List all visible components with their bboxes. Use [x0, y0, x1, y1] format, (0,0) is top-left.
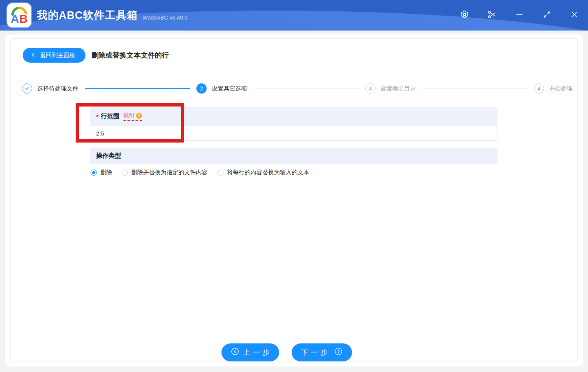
- step-1-circle: [22, 83, 32, 94]
- step-3-label: 设置输出目录: [381, 85, 416, 92]
- radio-option-delete[interactable]: 删除: [91, 169, 112, 176]
- page-title: 删除或替换文本文件的行: [91, 51, 169, 60]
- step-2-circle: 2: [196, 83, 207, 94]
- help-link-label: 说明: [123, 112, 134, 119]
- next-step-button[interactable]: 下一步: [292, 343, 352, 361]
- step-connector-active: [85, 88, 190, 89]
- step-2-label: 设置其它选项: [212, 85, 247, 92]
- previous-step-label: 上一步: [243, 348, 272, 357]
- step-3-circle: 3: [365, 83, 376, 94]
- options-form: * 行范围 说明 ? 操作类型 删除 删除并替换为指定的文件内容 将: [90, 107, 497, 176]
- tool-panel: 返回到主面板 删除或替换文本文件的行 选择待处理文件 2 设置其它选项 3 设置…: [10, 38, 578, 361]
- minimize-icon: [515, 10, 524, 20]
- minimize-button[interactable]: [506, 0, 533, 31]
- radio-unselected-icon: [217, 170, 223, 176]
- window-controls: [451, 0, 588, 31]
- line-range-field-header: * 行范围 说明 ?: [90, 107, 497, 126]
- step-connector: [254, 88, 358, 89]
- radio-selected-icon: [91, 170, 97, 176]
- radio-option-label: 删除并替换为指定的文件内容: [131, 169, 208, 176]
- tool-header: 返回到主面板 删除或替换文本文件的行: [11, 39, 577, 72]
- maximize-icon: [543, 10, 551, 20]
- previous-step-button[interactable]: 上一步: [221, 343, 279, 361]
- app-logo: A B: [7, 3, 31, 27]
- radio-option-replace-with-text[interactable]: 将每行的内容替换为输入的文本: [217, 169, 309, 176]
- svg-text:A: A: [11, 12, 19, 25]
- svg-text:B: B: [19, 12, 28, 25]
- radio-option-label: 删除: [100, 169, 112, 176]
- titlebar: A B 我的ABC软件工具箱 WodeABC v6.49.0: [0, 0, 588, 31]
- chevron-left-icon: [31, 52, 36, 59]
- next-step-label: 下一步: [301, 348, 330, 357]
- screenshot-cut-button[interactable]: [478, 0, 506, 31]
- step-connector: [423, 88, 527, 89]
- operation-type-header: 操作类型: [90, 148, 497, 164]
- line-range-label: 行范围: [101, 112, 120, 121]
- app-title: 我的ABC软件工具箱: [37, 8, 138, 22]
- close-icon: [570, 11, 578, 20]
- gear-icon: [460, 10, 469, 20]
- required-mark: *: [96, 114, 99, 121]
- step-4-label: 开始处理: [549, 85, 573, 92]
- step-1-label: 选择待处理文件: [37, 85, 78, 92]
- check-icon: [24, 85, 30, 92]
- line-range-input-wrap: [90, 126, 497, 141]
- circle-chevron-right-icon: [334, 347, 343, 358]
- settings-button[interactable]: [451, 0, 478, 31]
- line-range-help-link[interactable]: 说明 ?: [123, 112, 142, 121]
- scissors-icon: [488, 10, 496, 20]
- radio-option-replace-with-file[interactable]: 删除并替换为指定的文件内容: [122, 169, 208, 176]
- app-version: WodeABC v6.49.0: [143, 14, 188, 21]
- back-button-label: 返回到主面板: [40, 52, 75, 59]
- wizard-nav: 上一步 下一步: [0, 343, 581, 361]
- step-indicator: 选择待处理文件 2 设置其它选项 3 设置输出目录 4 开始处理: [22, 83, 573, 94]
- close-button[interactable]: [561, 0, 588, 31]
- maximize-button[interactable]: [533, 0, 561, 31]
- operation-type-options: 删除 删除并替换为指定的文件内容 将每行的内容替换为输入的文本: [90, 169, 497, 176]
- line-range-input[interactable]: [90, 126, 497, 140]
- circle-chevron-left-icon: [231, 347, 239, 358]
- question-circle-icon: ?: [136, 113, 142, 119]
- back-to-dashboard-button[interactable]: 返回到主面板: [23, 48, 85, 63]
- operation-type-label: 操作类型: [96, 152, 121, 160]
- radio-unselected-icon: [122, 170, 128, 176]
- app-logo-icon: A B: [7, 3, 31, 27]
- radio-option-label: 将每行的内容替换为输入的文本: [227, 169, 309, 176]
- step-4-circle: 4: [534, 83, 544, 94]
